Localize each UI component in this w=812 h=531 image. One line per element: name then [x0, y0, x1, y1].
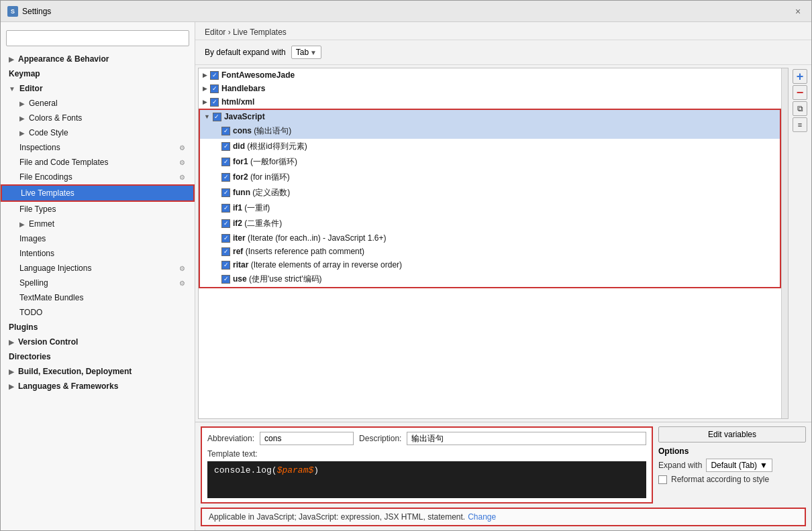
sidebar-item-file-encodings[interactable]: File Encodings ⚙	[1, 170, 195, 184]
options-box: Options Expand with Default (Tab) ▼	[658, 447, 806, 487]
sidebar-label: Editor	[19, 84, 43, 93]
template-item-for1[interactable]: for1 (一般for循环)	[200, 154, 780, 170]
sidebar-item-build[interactable]: ▶ Build, Execution, Deployment	[1, 364, 195, 379]
group-checkbox[interactable]	[210, 98, 219, 107]
group-fontawesome[interactable]: ▶ FontAwesomeJade	[199, 68, 781, 82]
item-name: cons (输出语句)	[233, 125, 291, 137]
item-checkbox[interactable]	[221, 158, 230, 166]
item-checkbox[interactable]	[221, 142, 230, 151]
sidebar-label: Inspections	[19, 143, 60, 152]
sidebar-item-version-control[interactable]: ▶ Version Control	[1, 335, 195, 349]
template-list-area: ▶ FontAwesomeJade ▶ Handlebars ▶	[195, 65, 811, 422]
template-text-display: console.log($param$)	[207, 461, 646, 498]
arrow-icon: ▶	[19, 100, 25, 107]
sidebar-item-emmet[interactable]: ▶ Emmet	[1, 217, 195, 231]
add-template-button[interactable]: +	[793, 69, 807, 84]
sidebar-item-file-templates[interactable]: File and Code Templates ⚙	[1, 155, 195, 170]
sidebar-label: Code Style	[29, 128, 68, 137]
group-checkbox[interactable]	[210, 71, 219, 80]
item-checkbox[interactable]	[221, 234, 230, 243]
sidebar-item-editor[interactable]: ▼ Editor	[1, 81, 195, 96]
expand-with-value: Default (Tab)	[711, 461, 757, 470]
template-item-ref[interactable]: ref (Inserts reference path comment)	[200, 245, 780, 258]
item-checkbox[interactable]	[221, 219, 230, 228]
settings-icon: ⚙	[177, 278, 187, 288]
expand-with-dropdown[interactable]: Default (Tab) ▼	[706, 459, 772, 472]
template-list: ▶ FontAwesomeJade ▶ Handlebars ▶	[199, 68, 781, 418]
sidebar-item-intentions[interactable]: Intentions	[1, 246, 195, 261]
group-handlebars[interactable]: ▶ Handlebars	[199, 82, 781, 95]
abbreviation-input[interactable]	[260, 432, 354, 445]
template-item-cons[interactable]: cons (输出语句)	[200, 123, 780, 139]
item-checkbox[interactable]	[221, 173, 230, 182]
detail-form: Abbreviation: Description: Template text…	[201, 426, 653, 504]
item-checkbox[interactable]	[221, 261, 230, 270]
sidebar-label: Emmet	[29, 219, 54, 229]
settings-icon: ⚙	[177, 143, 187, 152]
template-item-ritar[interactable]: ritar (Iterate elements of array in reve…	[200, 258, 780, 272]
sidebar-item-language-injections[interactable]: Language Injections ⚙	[1, 261, 195, 276]
reformat-checkbox[interactable]	[658, 475, 667, 484]
arrow-icon: ▶	[19, 221, 25, 228]
group-arrow-icon: ▶	[203, 72, 207, 78]
sidebar-item-appearance[interactable]: ▶ Appearance & Behavior	[1, 52, 195, 66]
move-template-button[interactable]: ≡	[793, 117, 807, 132]
item-checkbox[interactable]	[221, 188, 230, 197]
group-checkbox[interactable]	[213, 113, 221, 121]
item-checkbox[interactable]	[221, 127, 230, 135]
title-bar: S Settings ×	[1, 1, 811, 22]
expand-dropdown[interactable]: Tab ▼	[291, 46, 321, 59]
sidebar-item-general[interactable]: ▶ General	[1, 96, 195, 111]
search-input[interactable]	[6, 30, 189, 46]
sidebar-label: Live Templates	[21, 188, 74, 198]
close-button[interactable]: ×	[791, 5, 805, 18]
sidebar-label: Version Control	[18, 337, 78, 347]
expand-with-arrow-icon: ▼	[760, 461, 768, 470]
sidebar-label: Plugins	[9, 322, 38, 332]
sidebar-item-code-style[interactable]: ▶ Code Style	[1, 125, 195, 140]
sidebar-item-file-types[interactable]: File Types	[1, 202, 195, 217]
copy-template-button[interactable]: ⧉	[793, 101, 807, 116]
template-item-iter[interactable]: iter (Iterate (for each..in) - JavaScrip…	[200, 231, 780, 245]
sidebar-label: Spelling	[19, 278, 48, 288]
template-item-did[interactable]: did (根据id得到元素)	[200, 139, 780, 154]
change-link[interactable]: Change	[468, 512, 496, 522]
sidebar-item-colors-fonts[interactable]: ▶ Colors & Fonts	[1, 111, 195, 125]
sidebar-item-languages[interactable]: ▶ Languages & Frameworks	[1, 379, 195, 394]
arrow-icon: ▶	[9, 368, 14, 375]
remove-template-button[interactable]: −	[793, 85, 807, 100]
sidebar-label: Language Injections	[19, 263, 91, 273]
group-checkbox[interactable]	[210, 84, 219, 93]
sidebar-item-directories[interactable]: Directories	[1, 349, 195, 364]
scrollbar[interactable]	[781, 68, 788, 418]
applicable-bar: Applicable in JavaScript; JavaScript: ex…	[201, 508, 806, 526]
item-name: if1 (一重if)	[233, 202, 270, 214]
sidebar-item-plugins[interactable]: Plugins	[1, 320, 195, 335]
template-item-for2[interactable]: for2 (for in循环)	[200, 170, 780, 185]
sidebar-label: Languages & Frameworks	[18, 381, 118, 391]
template-item-if2[interactable]: if2 (二重条件)	[200, 216, 780, 231]
template-item-use[interactable]: use (使用'use strict'编码)	[200, 272, 780, 287]
arrow-icon: ▼	[9, 85, 15, 93]
item-checkbox[interactable]	[221, 275, 230, 284]
item-checkbox[interactable]	[221, 204, 230, 213]
arrow-icon: ▶	[9, 383, 14, 390]
template-item-if1[interactable]: if1 (一重if)	[200, 200, 780, 216]
template-item-funn[interactable]: funn (定义函数)	[200, 185, 780, 200]
item-name: ritar (Iterate elements of array in reve…	[233, 260, 402, 270]
group-html-xml[interactable]: ▶ html/xml	[199, 95, 781, 109]
sidebar-item-textmate[interactable]: TextMate Bundles	[1, 290, 195, 305]
sidebar-item-keymap[interactable]: Keymap	[1, 66, 195, 81]
sidebar-item-inspections[interactable]: Inspections ⚙	[1, 140, 195, 155]
item-checkbox[interactable]	[221, 247, 230, 256]
list-actions: + − ⧉ ≡	[791, 68, 809, 419]
dropdown-value: Tab	[296, 48, 309, 57]
sidebar-item-spelling[interactable]: Spelling ⚙	[1, 276, 195, 290]
group-javascript[interactable]: ▼ JavaScript	[200, 110, 780, 123]
sidebar-item-images[interactable]: Images	[1, 231, 195, 246]
sidebar-item-todo[interactable]: TODO	[1, 305, 195, 320]
description-input[interactable]	[407, 432, 646, 445]
group-name: FontAwesomeJade	[221, 70, 295, 80]
edit-variables-button[interactable]: Edit variables	[658, 426, 806, 442]
sidebar-item-live-templates[interactable]: Live Templates	[1, 184, 195, 202]
